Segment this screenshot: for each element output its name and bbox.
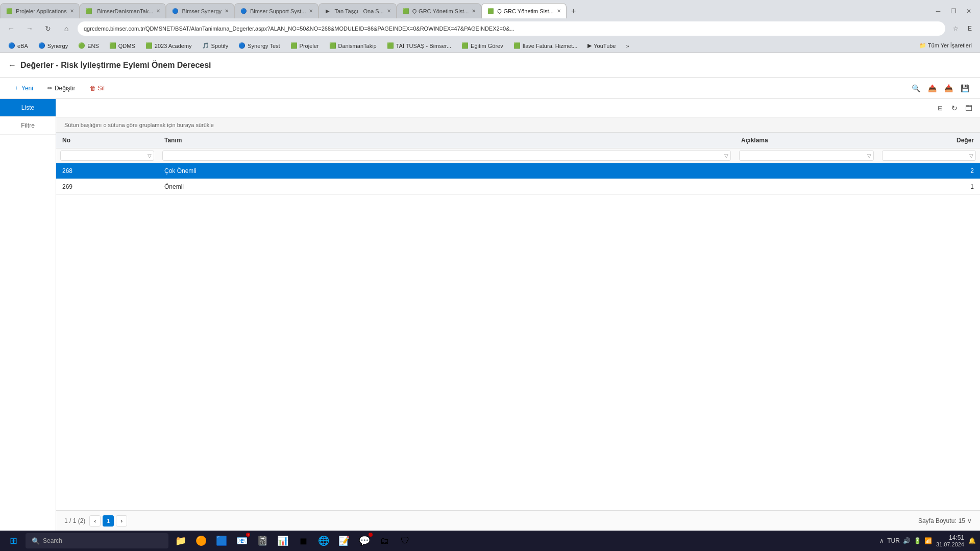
tab-7-favicon: 🟩 bbox=[487, 8, 494, 15]
delete-button[interactable]: 🗑 Sil bbox=[85, 83, 110, 94]
refresh-icon[interactable]: ↻ bbox=[947, 101, 962, 115]
restore-button[interactable]: ❐ bbox=[946, 4, 961, 18]
bookmark-star-icon[interactable]: ☆ bbox=[949, 22, 962, 35]
col-aciklama[interactable]: Açıklama bbox=[735, 133, 878, 148]
close-button[interactable]: ✕ bbox=[962, 4, 976, 18]
tab-5[interactable]: ▶ Tan Taşçı - Ona S... ✕ bbox=[318, 3, 396, 18]
taskbar-app-word[interactable]: 📝 bbox=[335, 532, 353, 550]
speaker-icon[interactable]: 🔊 bbox=[903, 537, 911, 544]
bookmark-danisman[interactable]: 🟩 DanismanTakip bbox=[325, 41, 381, 50]
taskbar-search-bar[interactable]: 🔍 Search bbox=[26, 533, 168, 548]
filter-deger-icon[interactable]: ▽ bbox=[967, 152, 975, 160]
tab-3-close[interactable]: ✕ bbox=[225, 8, 229, 14]
bookmark-academy-label: 2023 Academy bbox=[155, 43, 192, 49]
tab-7-close[interactable]: ✕ bbox=[557, 8, 561, 14]
taskbar-clock[interactable]: 14:51 31.07.2024 bbox=[936, 534, 964, 547]
current-page-button[interactable]: 1 bbox=[103, 515, 114, 527]
sidebar-item-liste[interactable]: Liste bbox=[0, 99, 56, 117]
bookmark-more[interactable]: » bbox=[622, 42, 633, 50]
profile-icon[interactable]: E bbox=[964, 22, 976, 35]
start-button[interactable]: ⊞ bbox=[4, 532, 22, 550]
next-page-button[interactable]: › bbox=[116, 515, 127, 527]
taskbar-app-excel[interactable]: 📊 bbox=[274, 532, 292, 550]
bookmark-ens[interactable]: 🟢 ENS bbox=[74, 41, 103, 50]
col-deger[interactable]: Değer bbox=[878, 133, 980, 148]
tab-1-close[interactable]: ✕ bbox=[70, 8, 74, 14]
tab-6-close[interactable]: ✕ bbox=[472, 8, 476, 14]
bookmark-egitim[interactable]: 🟩 Eğitim Görev bbox=[457, 41, 507, 50]
app-back-button[interactable]: ← bbox=[8, 61, 16, 70]
bookmark-eba[interactable]: 🔵 eBA bbox=[4, 41, 32, 50]
tab-2[interactable]: 🟩 -BimserDanismanTak... ✕ bbox=[80, 3, 166, 18]
taskbar-app-store[interactable]: 🟦 bbox=[212, 532, 231, 550]
address-input[interactable] bbox=[78, 21, 945, 36]
bookmark-ilave[interactable]: 🟩 İlave Fatura. Hizmet... bbox=[509, 41, 582, 50]
bookmark-synergy-test[interactable]: 🔵 Synergy Test bbox=[234, 41, 284, 50]
taskbar-app-shield[interactable]: 🛡 bbox=[396, 532, 414, 550]
tab-7[interactable]: 🟩 Q-GRC Yönetim Sist... ✕ bbox=[481, 3, 566, 18]
tab-4[interactable]: 🔵 Bimser Support Syst... ✕ bbox=[234, 3, 318, 18]
bookmark-tai[interactable]: 🟩 TAİ TUSAŞ - Bimser... bbox=[383, 41, 455, 50]
new-tab-button[interactable]: + bbox=[567, 4, 581, 18]
filter-no-cell: ▽ bbox=[56, 148, 158, 163]
taskbar-app-custom1[interactable]: 🟠 bbox=[192, 532, 210, 550]
home-button[interactable]: ⌂ bbox=[59, 21, 74, 36]
tab-1[interactable]: 🟩 Projeler Applications ✕ bbox=[0, 3, 80, 18]
search-toolbar-icon[interactable]: 🔍 bbox=[909, 81, 923, 95]
prev-page-button[interactable]: ‹ bbox=[89, 515, 101, 527]
network-icon[interactable]: 📶 bbox=[924, 537, 932, 544]
edit-button[interactable]: ✏ Değiştir bbox=[42, 83, 81, 94]
page-size-chevron-icon[interactable]: ∨ bbox=[967, 517, 972, 524]
bookmark-projeler[interactable]: 🟩 Projeler bbox=[286, 41, 323, 50]
taskbar-app-teams[interactable]: 💬 bbox=[355, 532, 374, 550]
reload-button[interactable]: ↻ bbox=[41, 21, 55, 36]
tab-5-close[interactable]: ✕ bbox=[387, 8, 391, 14]
filter-no-input[interactable] bbox=[61, 151, 145, 160]
taskbar-app-task[interactable]: ◼ bbox=[294, 532, 312, 550]
taskbar-app-file-explorer[interactable]: 📁 bbox=[172, 532, 190, 550]
back-button[interactable]: ← bbox=[4, 21, 18, 36]
tab-4-close[interactable]: ✕ bbox=[309, 8, 313, 14]
bookmark-folder[interactable]: 📁 Tüm Yer İşaretleri bbox=[915, 41, 976, 50]
tab-3[interactable]: 🔵 Bimser Synergy ✕ bbox=[166, 3, 234, 18]
filter-no-icon[interactable]: ▽ bbox=[145, 152, 154, 160]
tab-6[interactable]: 🟩 Q-GRC Yönetim Sist... ✕ bbox=[397, 3, 481, 18]
battery-icon[interactable]: 🔋 bbox=[914, 537, 921, 544]
chevron-up-icon[interactable]: ∧ bbox=[879, 537, 884, 544]
table-row-1[interactable]: 268 Çok Önemli 2 bbox=[56, 163, 980, 179]
bookmark-synergy-label: Synergy bbox=[47, 43, 68, 49]
toolbar: ＋ Yeni ✏ Değiştir 🗑 Sil 🔍 📤 📥 💾 bbox=[0, 78, 980, 99]
taskbar-app-chrome[interactable]: 🌐 bbox=[314, 532, 333, 550]
bookmark-spotify[interactable]: 🎵 Spotify bbox=[198, 41, 233, 50]
col-no[interactable]: No bbox=[56, 133, 158, 148]
toolbar-right-icons: 🔍 📤 📥 💾 bbox=[909, 81, 972, 95]
minimize-button[interactable]: ─ bbox=[931, 4, 945, 18]
bookmark-synergy[interactable]: 🔵 Synergy bbox=[34, 41, 72, 50]
notification-icon[interactable]: 🔔 bbox=[968, 537, 976, 544]
filter-deger-input[interactable] bbox=[883, 151, 967, 160]
taskbar-app-folders[interactable]: 🗂 bbox=[376, 532, 394, 550]
bookmark-academy[interactable]: 🟩 2023 Academy bbox=[141, 41, 196, 50]
col-tanim[interactable]: Tanım bbox=[158, 133, 735, 148]
save-layout-icon[interactable]: 💾 bbox=[958, 81, 972, 95]
filter-aciklama-input[interactable] bbox=[740, 151, 865, 160]
group-reset-icon[interactable]: ⊟ bbox=[933, 101, 947, 115]
sidebar-item-filtre[interactable]: Filtre bbox=[0, 117, 56, 135]
new-button[interactable]: ＋ Yeni bbox=[8, 82, 38, 94]
import-icon[interactable]: 📥 bbox=[941, 81, 955, 95]
bookmark-youtube[interactable]: ▶ YouTube bbox=[583, 41, 620, 50]
liste-label: Liste bbox=[21, 104, 34, 111]
forward-button[interactable]: → bbox=[22, 21, 37, 36]
address-bar: ← → ↻ ⌂ ☆ E bbox=[0, 18, 980, 39]
tab-2-close[interactable]: ✕ bbox=[156, 8, 160, 14]
taskbar-app-outlook[interactable]: 📧 ! bbox=[233, 532, 251, 550]
taskbar-app-onenote[interactable]: 📓 bbox=[253, 532, 272, 550]
filter-aciklama-icon[interactable]: ▽ bbox=[865, 152, 873, 160]
filter-tanim-icon[interactable]: ▽ bbox=[722, 152, 730, 160]
row2-deger: 1 bbox=[878, 179, 980, 195]
bookmark-qdms[interactable]: 🟩 QDMS bbox=[105, 41, 139, 50]
export-icon[interactable]: 📤 bbox=[925, 81, 939, 95]
layout-save-icon[interactable]: 🗔 bbox=[962, 101, 976, 115]
filter-tanim-input[interactable] bbox=[163, 151, 722, 160]
table-row-2[interactable]: 269 Önemli 1 bbox=[56, 179, 980, 195]
